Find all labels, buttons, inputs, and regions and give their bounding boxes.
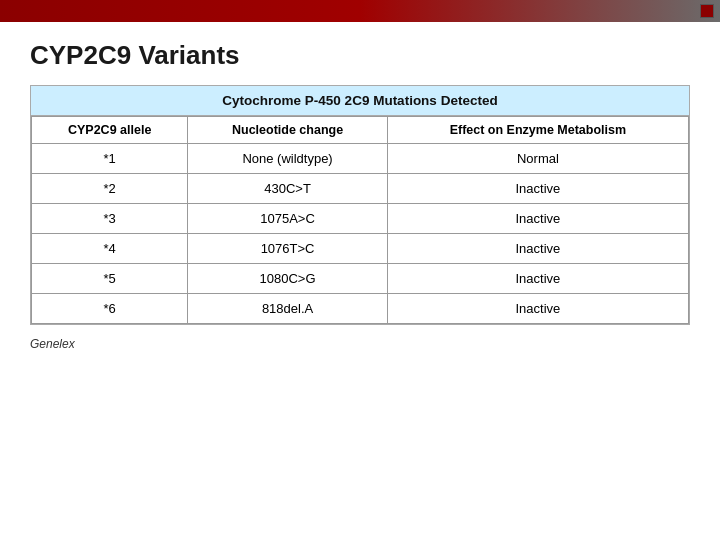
cell-allele: *2	[32, 174, 188, 204]
top-bar	[0, 0, 720, 22]
col-header-effect: Effect on Enzyme Metabolism	[387, 117, 688, 144]
cell-allele: *1	[32, 144, 188, 174]
cell-effect: Inactive	[387, 204, 688, 234]
cell-nucleotide: 1080C>G	[188, 264, 388, 294]
cell-effect: Inactive	[387, 234, 688, 264]
page-content: CYP2C9 Variants Cytochrome P-450 2C9 Mut…	[0, 22, 720, 365]
top-bar-square	[700, 4, 714, 18]
cell-allele: *4	[32, 234, 188, 264]
cell-allele: *6	[32, 294, 188, 324]
table-row: *2430C>TInactive	[32, 174, 689, 204]
cell-nucleotide: 818del.A	[188, 294, 388, 324]
cell-nucleotide: None (wildtype)	[188, 144, 388, 174]
cyp-table-wrapper: Cytochrome P-450 2C9 Mutations Detected …	[30, 85, 690, 325]
cell-nucleotide: 430C>T	[188, 174, 388, 204]
cell-allele: *5	[32, 264, 188, 294]
table-header-row: CYP2C9 allele Nucleotide change Effect o…	[32, 117, 689, 144]
table-row: *1None (wildtype)Normal	[32, 144, 689, 174]
cell-effect: Inactive	[387, 264, 688, 294]
cell-allele: *3	[32, 204, 188, 234]
table-row: *51080C>GInactive	[32, 264, 689, 294]
cell-effect: Normal	[387, 144, 688, 174]
col-header-nucleotide: Nucleotide change	[188, 117, 388, 144]
col-header-allele: CYP2C9 allele	[32, 117, 188, 144]
table-row: *41076T>CInactive	[32, 234, 689, 264]
cell-effect: Inactive	[387, 174, 688, 204]
table-row: *6818del.AInactive	[32, 294, 689, 324]
cell-nucleotide: 1076T>C	[188, 234, 388, 264]
table-row: *31075A>CInactive	[32, 204, 689, 234]
cell-effect: Inactive	[387, 294, 688, 324]
page-title: CYP2C9 Variants	[30, 40, 690, 71]
cell-nucleotide: 1075A>C	[188, 204, 388, 234]
footer-label: Genelex	[30, 337, 690, 351]
table-main-header: Cytochrome P-450 2C9 Mutations Detected	[31, 86, 689, 116]
cyp-table: CYP2C9 allele Nucleotide change Effect o…	[31, 116, 689, 324]
